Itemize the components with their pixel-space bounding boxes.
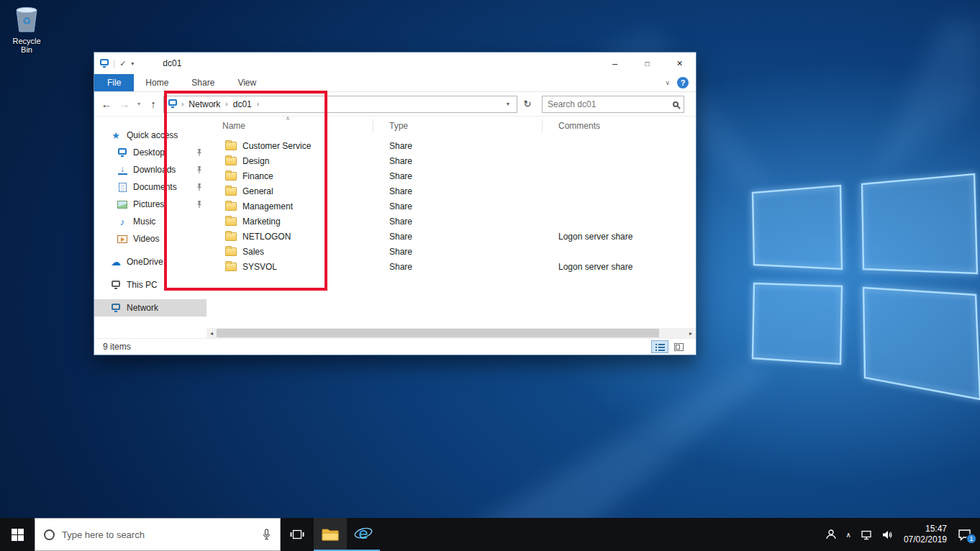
column-header-comments[interactable]: Comments: [543, 119, 696, 132]
column-label: Type: [389, 121, 408, 131]
table-row[interactable]: Marketing Share: [207, 214, 696, 229]
column-header-name[interactable]: Name: [207, 119, 373, 132]
file-type: Share: [373, 156, 543, 166]
expand-ribbon-icon[interactable]: ∨: [665, 79, 670, 86]
table-row[interactable]: Management Share: [207, 199, 696, 214]
table-row[interactable]: Finance Share: [207, 168, 696, 183]
action-center-button[interactable]: 1: [958, 529, 971, 541]
picture-icon: [117, 201, 127, 209]
maximize-icon: □: [645, 60, 649, 68]
sidebar-item-music[interactable]: ♪ Music: [94, 213, 207, 230]
back-button[interactable]: ←: [99, 96, 114, 113]
maximize-button[interactable]: □: [631, 53, 663, 74]
search-box[interactable]: [542, 96, 684, 113]
table-row[interactable]: SYSVOL Share Logon server share: [207, 259, 696, 274]
taskbar-search-box[interactable]: [35, 518, 281, 551]
search-input[interactable]: [548, 99, 673, 109]
recent-locations-icon[interactable]: ▾: [135, 96, 143, 113]
breadcrumb-separator-icon: ›: [255, 100, 260, 108]
details-view-icon: [655, 343, 665, 351]
pin-icon: [196, 148, 203, 157]
file-comments: Logon server share: [543, 262, 696, 272]
address-breadcrumb-box[interactable]: › Network › dc01 › ▾: [163, 96, 517, 113]
quick-access-toolbar-properties-icon[interactable]: ✓: [119, 59, 126, 68]
desktop: ♻ Recycle Bin | ✓ ▾ dc01 – □ × File Home…: [0, 0, 980, 551]
task-view-button[interactable]: [281, 518, 314, 551]
sidebar-item-pictures[interactable]: Pictures: [94, 196, 207, 213]
table-row[interactable]: General Share: [207, 183, 696, 199]
file-list: ∧ Name Type Comments Customer Service Sh…: [207, 117, 696, 328]
address-dropdown-icon[interactable]: ▾: [504, 101, 512, 107]
network-status-icon[interactable]: [861, 529, 872, 540]
show-hidden-icons-chevron[interactable]: ∧: [846, 531, 851, 539]
taskbar-search-input[interactable]: [62, 529, 255, 540]
sidebar-item-label: Network: [127, 303, 158, 313]
tab-view[interactable]: View: [226, 74, 268, 91]
ribbon-tab-bar: File Home Share View ∨ ?: [94, 74, 696, 92]
volume-icon[interactable]: [881, 529, 893, 540]
tab-file[interactable]: File: [94, 74, 134, 91]
refresh-button[interactable]: ↻: [520, 99, 535, 109]
scroll-left-icon[interactable]: ◂: [207, 330, 217, 337]
cortana-icon: [44, 529, 55, 540]
large-icons-view-button[interactable]: [670, 340, 687, 353]
file-name: General: [242, 186, 273, 196]
sort-ascending-icon: ∧: [286, 115, 290, 122]
star-icon: ★: [112, 131, 120, 140]
horizontal-scrollbar[interactable]: ◂ ▸: [207, 328, 696, 338]
pin-icon: [196, 200, 203, 209]
customize-quick-access-toolbar-icon[interactable]: ▾: [131, 60, 134, 67]
taskbar-internet-explorer-button[interactable]: e: [347, 518, 380, 551]
scroll-right-icon[interactable]: ▸: [686, 330, 696, 337]
folder-icon: [225, 247, 237, 256]
sidebar-item-label: Documents: [133, 182, 177, 192]
file-name: NETLOGON: [242, 232, 291, 242]
column-header-type[interactable]: Type: [373, 119, 543, 132]
taskbar-clock[interactable]: 15:47 07/02/2019: [904, 524, 947, 545]
people-icon[interactable]: [825, 529, 837, 540]
table-row[interactable]: Sales Share: [207, 244, 696, 259]
file-name: Finance: [242, 171, 273, 181]
document-icon: [119, 183, 127, 192]
internet-explorer-icon: e: [354, 525, 373, 542]
sidebar-item-downloads[interactable]: ↓ Downloads: [94, 161, 207, 178]
breadcrumb-network[interactable]: Network: [185, 99, 224, 109]
sidebar-item-documents[interactable]: Documents: [94, 178, 207, 196]
file-name: Design: [242, 156, 269, 166]
table-row[interactable]: NETLOGON Share Logon server share: [207, 229, 696, 244]
details-view-button[interactable]: [651, 340, 668, 353]
recycle-bin-shortcut[interactable]: ♻ Recycle Bin: [6, 4, 47, 54]
minimize-button[interactable]: –: [599, 53, 631, 74]
file-type: Share: [373, 232, 543, 242]
tab-share[interactable]: Share: [180, 74, 226, 91]
breadcrumb-dc01[interactable]: dc01: [230, 99, 255, 109]
sidebar-item-label: Downloads: [133, 165, 176, 175]
svg-text:e: e: [358, 525, 368, 542]
folder-icon: [225, 142, 237, 150]
sidebar-item-desktop[interactable]: Desktop: [94, 144, 207, 161]
tab-home[interactable]: Home: [134, 74, 180, 91]
navigation-pane: ★ Quick access Desktop ↓ Downloads Docum…: [94, 117, 207, 328]
table-row[interactable]: Design Share: [207, 153, 696, 168]
help-button[interactable]: ?: [677, 77, 689, 88]
large-icons-view-icon: [674, 343, 684, 351]
file-name: Customer Service: [242, 141, 311, 151]
file-comments: Logon server share: [543, 232, 696, 242]
scrollbar-thumb[interactable]: [217, 329, 659, 337]
sidebar-item-this-pc[interactable]: This PC: [94, 276, 207, 293]
sidebar-item-label: Videos: [133, 234, 159, 244]
up-button[interactable]: ↑: [145, 96, 161, 113]
start-button[interactable]: [0, 518, 35, 551]
microphone-icon[interactable]: [262, 529, 271, 540]
forward-button[interactable]: →: [117, 96, 132, 113]
table-row[interactable]: Customer Service Share: [207, 138, 696, 153]
close-button[interactable]: ×: [663, 53, 696, 74]
window-system-icon[interactable]: [100, 59, 109, 65]
taskbar-file-explorer-button[interactable]: [314, 518, 347, 551]
sidebar-item-quick-access[interactable]: ★ Quick access: [94, 127, 207, 144]
title-bar[interactable]: | ✓ ▾ dc01 – □ ×: [94, 53, 696, 74]
sidebar-item-network[interactable]: Network: [94, 299, 207, 317]
file-type: Share: [373, 247, 543, 257]
sidebar-item-videos[interactable]: Videos: [94, 230, 207, 247]
sidebar-item-onedrive[interactable]: ☁ OneDrive: [94, 253, 207, 270]
